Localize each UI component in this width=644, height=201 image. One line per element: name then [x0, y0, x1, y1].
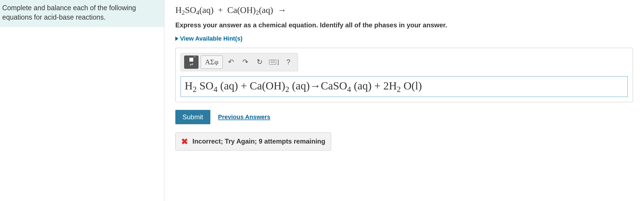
redo-icon[interactable]: ↷ — [239, 56, 251, 68]
answer-instruction: Express your answer as a chemical equati… — [175, 21, 633, 29]
equation-toolbar: □ ⇌ ΑΣφ ↶ ↷ ↻ ⠿⠿ ] ? — [181, 53, 298, 71]
template-button[interactable]: □ ⇌ — [184, 55, 198, 69]
reset-icon[interactable]: ↻ — [254, 56, 266, 68]
left-panel: Complete and balance each of the followi… — [0, 0, 164, 201]
feedback-box: ✖ Incorrect; Try Again; 9 attempts remai… — [175, 133, 331, 150]
problem-instruction: Complete and balance each of the followi… — [0, 0, 164, 27]
help-icon[interactable]: ? — [282, 56, 294, 68]
undo-icon[interactable]: ↶ — [225, 56, 237, 68]
answer-container: □ ⇌ ΑΣφ ↶ ↷ ↻ ⠿⠿ ] ? H2 SO4 (aq) + Ca(OH… — [175, 48, 633, 102]
previous-answers-link[interactable]: Previous Answers — [218, 113, 270, 121]
hints-label: View Available Hint(s) — [180, 35, 243, 42]
submit-row: Submit Previous Answers — [175, 110, 633, 124]
view-hints-toggle[interactable]: View Available Hint(s) — [175, 35, 633, 42]
keyboard-icon[interactable]: ⠿⠿ ] — [268, 56, 280, 68]
submit-button[interactable]: Submit — [175, 110, 210, 124]
feedback-text: Incorrect; Try Again; 9 attempts remaini… — [192, 137, 325, 145]
right-panel: H2SO4(aq) + Ca(OH)2(aq) → Express your a… — [164, 0, 644, 201]
incorrect-x-icon: ✖ — [181, 137, 188, 146]
greek-symbols-button[interactable]: ΑΣφ — [201, 55, 223, 69]
answer-input[interactable]: H2 SO4 (aq) + Ca(OH)2 (aq)→CaSO4 (aq) + … — [181, 76, 628, 97]
disclosure-triangle-icon — [175, 36, 178, 41]
equation-prompt: H2SO4(aq) + Ca(OH)2(aq) → — [175, 5, 633, 16]
